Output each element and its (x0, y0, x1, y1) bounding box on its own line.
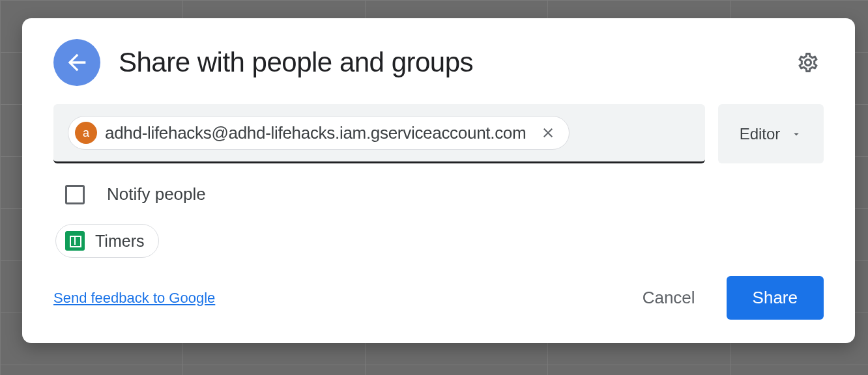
caret-down-icon (790, 128, 802, 140)
share-dialog: Share with people and groups a adhd-life… (22, 18, 855, 343)
file-chip[interactable]: Timers (55, 224, 159, 258)
file-name: Timers (95, 232, 144, 251)
close-icon (540, 125, 556, 141)
notify-label: Notify people (107, 184, 206, 204)
dialog-title: Share with people and groups (119, 47, 774, 78)
notify-row: Notify people (53, 179, 824, 210)
feedback-link[interactable]: Send feedback to Google (53, 290, 215, 307)
chip-remove-button[interactable] (538, 122, 558, 143)
person-chip: a adhd-lifehacks@adhd-lifehacks.iam.gser… (68, 116, 570, 150)
input-row: a adhd-lifehacks@adhd-lifehacks.iam.gser… (53, 104, 824, 163)
share-button[interactable]: Share (727, 276, 824, 320)
role-label: Editor (740, 125, 781, 143)
notify-checkbox[interactable] (65, 185, 85, 204)
footer-buttons: Cancel Share (627, 276, 824, 320)
sheets-icon (65, 231, 85, 251)
arrow-left-icon (64, 49, 90, 76)
chip-avatar: a (75, 122, 97, 144)
back-button[interactable] (53, 39, 100, 86)
cancel-button[interactable]: Cancel (627, 279, 711, 317)
gear-icon (796, 51, 820, 74)
role-dropdown[interactable]: Editor (718, 104, 824, 163)
chip-email: adhd-lifehacks@adhd-lifehacks.iam.gservi… (105, 123, 526, 143)
dialog-header: Share with people and groups (53, 39, 824, 86)
dialog-footer: Send feedback to Google Cancel Share (53, 276, 824, 320)
people-input[interactable]: a adhd-lifehacks@adhd-lifehacks.iam.gser… (53, 104, 705, 163)
settings-button[interactable] (792, 47, 824, 78)
